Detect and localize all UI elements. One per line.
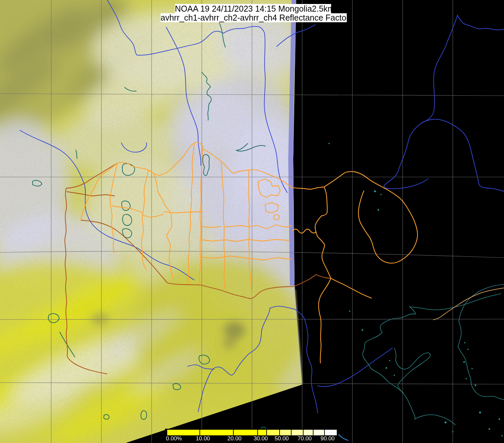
colorbar-tick	[257, 430, 258, 435]
colorbar-tick	[291, 430, 292, 435]
colorbar-segment	[167, 430, 200, 435]
colorbar-label-10: 10.00	[196, 435, 210, 442]
colorbar-tick	[266, 430, 267, 435]
colorbar-segment	[267, 430, 280, 435]
data-swath	[0, 0, 313, 443]
satellite-image-viewport: NOAA 19 24/11/2023 14:15 Mongolia2.5km a…	[0, 0, 504, 443]
colorbar-tick	[303, 430, 304, 435]
colorbar-segment	[303, 430, 313, 435]
satellite-map-canvas	[0, 0, 504, 443]
colorbar-label-50: 50.00	[275, 435, 289, 442]
image-title-line1: NOAA 19 24/11/2023 14:15 Mongolia2.5km	[175, 4, 331, 13]
colorbar-tick	[279, 430, 280, 435]
colorbar-label-20: 20.00	[227, 435, 242, 442]
colorbar-segment	[324, 430, 337, 435]
colorbar-segment	[280, 430, 291, 435]
colorbar-tick	[324, 430, 325, 435]
colorbar-segment	[200, 430, 233, 435]
colorbar-tick	[233, 430, 234, 435]
colorbar-tick	[313, 430, 314, 435]
image-title-line2: avhrr_ch1-avhrr_ch2-avhrr_ch4 Reflectanc…	[161, 13, 347, 22]
colorbar-segment	[233, 430, 258, 435]
colorbar-segment	[291, 430, 303, 435]
colorbar-label-0: 0.00%	[166, 435, 182, 442]
colorbar-tick	[199, 430, 200, 435]
colorbar-gradient	[167, 430, 337, 435]
colorbar-label-30: 30.00	[254, 435, 268, 442]
colorbar-label-70: 70.00	[298, 435, 312, 442]
colorbar-label-90: 90.00	[320, 435, 335, 442]
colorbar-panel: 0.00% 10.00 20.00 30.00 50.00 70.00 90.0…	[165, 429, 338, 443]
colorbar-segment	[258, 430, 267, 435]
colorbar-segment	[313, 430, 324, 435]
